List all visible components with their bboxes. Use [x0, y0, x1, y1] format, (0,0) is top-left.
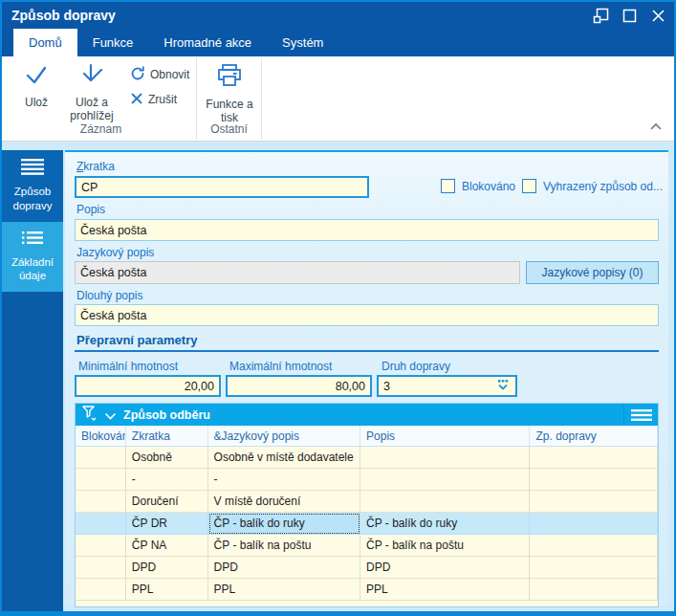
zkratka-input[interactable]: CP: [75, 176, 369, 198]
table-cell[interactable]: [530, 491, 658, 513]
column-header-zp-dopravy[interactable]: Zp. dopravy: [530, 426, 658, 446]
ribbon-tabs: DomůFunkceHromadné akceSystém: [2, 29, 674, 56]
tab-system[interactable]: Systém: [267, 29, 338, 56]
lookup-dropdown-icon[interactable]: [495, 379, 511, 394]
jazykovy-popis-label: Jazykový popis: [76, 246, 154, 259]
close-icon[interactable]: [649, 7, 666, 24]
table-cell[interactable]: ČP - balík do ruky: [360, 513, 530, 535]
window-controls: [592, 2, 666, 29]
table-cell[interactable]: [76, 447, 126, 469]
min-hmotnost-input[interactable]: 20,00: [75, 375, 221, 397]
table-cell[interactable]: [530, 513, 658, 535]
sidebar-item-label: Základní údaje: [4, 255, 61, 283]
table-cell[interactable]: [360, 447, 530, 469]
column-header-zkratka[interactable]: Zkratka: [126, 426, 208, 446]
functions-print-button[interactable]: Funkce a tisk: [203, 62, 256, 125]
sidebar-item-zakladni-udaje[interactable]: Základní údaje: [2, 222, 63, 292]
vyhrazeny-checkbox[interactable]: Vyhrazený způsob od...: [522, 179, 663, 193]
max-hmotnost-input[interactable]: 80,00: [226, 375, 372, 397]
table-row[interactable]: DoručeníV místě doručení: [76, 491, 658, 513]
cancel-button[interactable]: Zrušit: [130, 90, 177, 109]
grid-menu-icon[interactable]: [623, 404, 652, 426]
table-cell[interactable]: ČP DR: [126, 513, 208, 535]
table-row[interactable]: DPDDPDDPD: [76, 557, 658, 579]
table-cell[interactable]: V místě doručení: [208, 491, 360, 513]
vyhrazeny-checkbox-label: Vyhrazený způsob od...: [543, 180, 663, 193]
column-header-popis[interactable]: Popis: [360, 426, 530, 446]
table-cell[interactable]: Osobně: [126, 447, 208, 469]
save-button[interactable]: Ulož: [10, 62, 63, 109]
grid-title: Způsob odběru: [123, 408, 210, 422]
table-cell[interactable]: [76, 557, 126, 579]
table-cell[interactable]: ČP - balík na poštu: [360, 535, 530, 557]
table-cell[interactable]: -: [126, 469, 208, 491]
column-header-jazykovy-popis[interactable]: &Jazykový popis: [208, 426, 360, 446]
window-title: Způsob dopravy: [11, 8, 116, 23]
table-cell[interactable]: [76, 513, 126, 535]
chevron-down-icon[interactable]: [104, 407, 117, 424]
table-cell[interactable]: Doručení: [126, 491, 208, 513]
sidebar-item-label: Způsob dopravy: [4, 185, 61, 212]
table-cell[interactable]: DPD: [208, 557, 360, 579]
table-cell[interactable]: [530, 535, 658, 557]
save-and-view-button[interactable]: Ulož a prohlížej: [61, 62, 122, 123]
table-cell[interactable]: [76, 469, 126, 491]
druh-dopravy-select[interactable]: 3: [377, 375, 517, 397]
table-cell[interactable]: PPL: [126, 579, 208, 601]
grid-rows: OsobněOsobně v místě dodavatele--Doručen…: [76, 447, 658, 601]
table-cell[interactable]: [530, 579, 658, 601]
table-cell[interactable]: DPD: [360, 557, 530, 579]
jazykove-popisy-button[interactable]: Jazykové popisy (0): [526, 261, 659, 284]
table-cell[interactable]: -: [208, 469, 360, 491]
section-title: Přepravní parametry: [76, 333, 197, 347]
checkbox-icon: [522, 179, 536, 193]
table-cell[interactable]: [360, 491, 530, 513]
table-row[interactable]: ČP DRČP - balík do rukyČP - balík do ruk…: [76, 513, 658, 535]
table-cell[interactable]: [530, 557, 658, 579]
table-cell[interactable]: DPD: [126, 557, 208, 579]
table-cell[interactable]: Osobně v místě dodavatele: [208, 447, 360, 469]
zkratka-label-rest: kratka: [83, 160, 115, 173]
table-row[interactable]: --: [76, 469, 658, 491]
table-cell[interactable]: [76, 579, 126, 601]
ribbon-group-record-label: Záznam: [6, 122, 196, 139]
section-divider: [75, 350, 659, 352]
table-cell[interactable]: ČP NA: [126, 535, 208, 557]
grid-header-bar: Způsob odběru: [76, 404, 658, 426]
save-check-icon: [23, 62, 50, 91]
table-cell[interactable]: [76, 535, 126, 557]
refresh-button[interactable]: Obnovit: [130, 65, 189, 84]
table-row[interactable]: OsobněOsobně v místě dodavatele: [76, 447, 658, 469]
zkratka-label: Zkratka: [76, 160, 115, 173]
restore-icon[interactable]: [592, 7, 609, 24]
table-cell[interactable]: ČP - balík na poštu: [208, 535, 360, 557]
refresh-icon: [130, 66, 145, 84]
druh-dopravy-label: Druh dopravy: [382, 360, 450, 373]
sidebar: Způsob dopravy Základní údaje: [2, 150, 63, 611]
tab-hromadne-akce[interactable]: Hromadné akce: [148, 29, 267, 56]
cancel-x-icon: [130, 92, 143, 108]
tab-funkce[interactable]: Funkce: [77, 29, 149, 56]
table-cell[interactable]: ČP - balík do ruky: [208, 513, 360, 535]
blokovano-checkbox-label: Blokováno: [462, 180, 515, 193]
sidebar-item-zpusob-dopravy[interactable]: Způsob dopravy: [2, 150, 63, 222]
maximize-icon[interactable]: [621, 7, 638, 24]
table-row[interactable]: PPLPPLPPL: [76, 579, 658, 601]
titlebar: Způsob dopravy: [2, 2, 674, 29]
table-row[interactable]: ČP NAČP - balík na poštuČP - balík na po…: [76, 535, 658, 557]
table-cell[interactable]: [530, 447, 658, 469]
filter-icon[interactable]: [81, 405, 98, 425]
save-button-label: Ulož: [25, 96, 48, 109]
blokovano-checkbox[interactable]: Blokováno: [441, 179, 515, 193]
table-cell[interactable]: [360, 469, 530, 491]
table-cell[interactable]: [530, 469, 658, 491]
tab-domu[interactable]: Domů: [13, 29, 77, 56]
table-cell[interactable]: [76, 491, 126, 513]
dlouhy-popis-input[interactable]: Česká pošta: [75, 304, 659, 326]
popis-input[interactable]: Česká pošta: [75, 219, 659, 241]
table-cell[interactable]: PPL: [208, 579, 360, 601]
table-cell[interactable]: PPL: [360, 579, 530, 601]
collapse-ribbon-icon[interactable]: [649, 118, 663, 135]
column-header-blokovano[interactable]: Blokováno: [76, 426, 126, 446]
max-hmotnost-label: Maximální hmotnost: [229, 360, 332, 373]
